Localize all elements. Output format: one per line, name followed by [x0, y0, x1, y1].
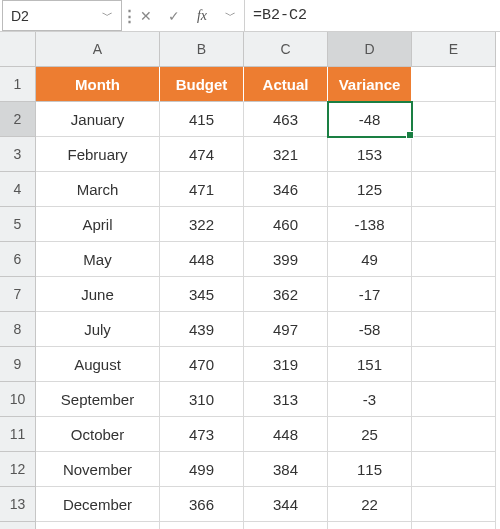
- cell[interactable]: [412, 172, 496, 207]
- cell[interactable]: 319: [244, 347, 328, 382]
- cell[interactable]: 25: [328, 417, 412, 452]
- cell[interactable]: 322: [160, 207, 244, 242]
- cell[interactable]: -58: [328, 312, 412, 347]
- name-box[interactable]: D2 ﹀: [2, 0, 122, 31]
- cell[interactable]: 399: [244, 242, 328, 277]
- cell[interactable]: 460: [244, 207, 328, 242]
- fx-icon[interactable]: fx: [188, 0, 216, 31]
- col-header-B[interactable]: B: [160, 32, 244, 67]
- name-box-text: D2: [11, 8, 29, 24]
- cell[interactable]: June: [36, 277, 160, 312]
- cell[interactable]: [412, 137, 496, 172]
- cell[interactable]: 153: [328, 137, 412, 172]
- row-header[interactable]: 11: [0, 417, 36, 452]
- cell[interactable]: [412, 277, 496, 312]
- cell[interactable]: 310: [160, 382, 244, 417]
- cell[interactable]: [412, 417, 496, 452]
- cell[interactable]: [412, 347, 496, 382]
- cell[interactable]: [244, 522, 328, 529]
- col-header-A[interactable]: A: [36, 32, 160, 67]
- cell[interactable]: 313: [244, 382, 328, 417]
- spreadsheet-grid: A B C D E 1 Month Budget Actual Variance…: [0, 32, 500, 529]
- cell[interactable]: 49: [328, 242, 412, 277]
- row-header[interactable]: 4: [0, 172, 36, 207]
- cell[interactable]: [412, 382, 496, 417]
- cell[interactable]: [412, 522, 496, 529]
- cell[interactable]: 321: [244, 137, 328, 172]
- col-header-D[interactable]: D: [328, 32, 412, 67]
- cell[interactable]: 346: [244, 172, 328, 207]
- col-header-E[interactable]: E: [412, 32, 496, 67]
- row-header[interactable]: 1: [0, 67, 36, 102]
- cancel-icon[interactable]: ✕: [132, 0, 160, 31]
- cell[interactable]: 471: [160, 172, 244, 207]
- cell[interactable]: [412, 242, 496, 277]
- cell[interactable]: 151: [328, 347, 412, 382]
- chevron-down-icon[interactable]: ﹀: [216, 0, 244, 31]
- cell[interactable]: March: [36, 172, 160, 207]
- cell[interactable]: 497: [244, 312, 328, 347]
- row-header[interactable]: 9: [0, 347, 36, 382]
- row-header[interactable]: 7: [0, 277, 36, 312]
- cell[interactable]: 384: [244, 452, 328, 487]
- cell[interactable]: 415: [160, 102, 244, 137]
- cell[interactable]: July: [36, 312, 160, 347]
- cell[interactable]: 22: [328, 487, 412, 522]
- cell[interactable]: 448: [160, 242, 244, 277]
- cell[interactable]: September: [36, 382, 160, 417]
- cell[interactable]: [412, 452, 496, 487]
- cell[interactable]: 474: [160, 137, 244, 172]
- cell[interactable]: 125: [328, 172, 412, 207]
- row-header[interactable]: 10: [0, 382, 36, 417]
- cell[interactable]: 344: [244, 487, 328, 522]
- cell[interactable]: December: [36, 487, 160, 522]
- cell[interactable]: [412, 207, 496, 242]
- cell[interactable]: [412, 67, 496, 102]
- cell[interactable]: May: [36, 242, 160, 277]
- cell[interactable]: 470: [160, 347, 244, 382]
- enter-icon[interactable]: ✓: [160, 0, 188, 31]
- cell[interactable]: 345: [160, 277, 244, 312]
- header-cell-variance[interactable]: Variance: [328, 67, 412, 102]
- cell[interactable]: November: [36, 452, 160, 487]
- cell[interactable]: 439: [160, 312, 244, 347]
- cell[interactable]: January: [36, 102, 160, 137]
- col-header-C[interactable]: C: [244, 32, 328, 67]
- header-cell-budget[interactable]: Budget: [160, 67, 244, 102]
- row-header[interactable]: 12: [0, 452, 36, 487]
- row-header[interactable]: 8: [0, 312, 36, 347]
- cell[interactable]: 473: [160, 417, 244, 452]
- cell[interactable]: February: [36, 137, 160, 172]
- row-header[interactable]: 3: [0, 137, 36, 172]
- cell[interactable]: [36, 522, 160, 529]
- cell[interactable]: 366: [160, 487, 244, 522]
- cell[interactable]: August: [36, 347, 160, 382]
- cell[interactable]: [412, 102, 496, 137]
- cell[interactable]: -3: [328, 382, 412, 417]
- cell[interactable]: [412, 487, 496, 522]
- cell[interactable]: [328, 522, 412, 529]
- row-header[interactable]: 6: [0, 242, 36, 277]
- header-cell-actual[interactable]: Actual: [244, 67, 328, 102]
- row-header[interactable]: 13: [0, 487, 36, 522]
- cell[interactable]: October: [36, 417, 160, 452]
- cell[interactable]: 463: [244, 102, 328, 137]
- cell[interactable]: -17: [328, 277, 412, 312]
- cell[interactable]: [412, 312, 496, 347]
- cell[interactable]: 115: [328, 452, 412, 487]
- cell[interactable]: -138: [328, 207, 412, 242]
- row-header[interactable]: 14: [0, 522, 36, 529]
- select-all-corner[interactable]: [0, 32, 36, 67]
- cell[interactable]: [160, 522, 244, 529]
- formula-input[interactable]: [244, 0, 500, 31]
- header-cell-month[interactable]: Month: [36, 67, 160, 102]
- cell[interactable]: 499: [160, 452, 244, 487]
- active-cell[interactable]: -48: [328, 102, 412, 137]
- row-header[interactable]: 2: [0, 102, 36, 137]
- formula-bar: D2 ﹀ ⋮ ✕ ✓ fx ﹀: [0, 0, 500, 32]
- chevron-down-icon: ﹀: [102, 8, 113, 23]
- cell[interactable]: 448: [244, 417, 328, 452]
- row-header[interactable]: 5: [0, 207, 36, 242]
- cell[interactable]: April: [36, 207, 160, 242]
- cell[interactable]: 362: [244, 277, 328, 312]
